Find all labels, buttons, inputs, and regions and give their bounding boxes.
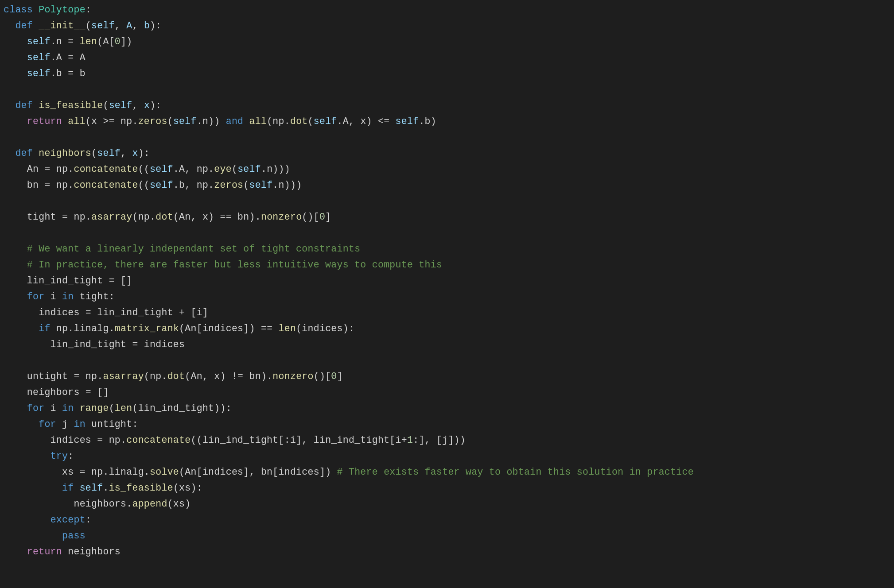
code-line: indices = lin_ind_tight + [i] bbox=[4, 307, 208, 318]
code-line: tight = np.asarray(np.dot(An, x) == bn).… bbox=[4, 212, 331, 222]
code-line: lin_ind_tight = indices bbox=[4, 339, 185, 350]
code-line: untight = np.asarray(np.dot(An, x) != bn… bbox=[4, 371, 343, 382]
class-name: Polytope bbox=[39, 4, 86, 15]
code-line: An = np.concatenate((self.A, np.eye(self… bbox=[4, 164, 290, 174]
code-line: self.n = len(A[0]) bbox=[4, 36, 132, 47]
code-line: lin_ind_tight = [] bbox=[4, 275, 132, 286]
code-line: if self.is_feasible(xs): bbox=[4, 483, 202, 493]
code-line: class Polytope: bbox=[4, 4, 91, 15]
code-line: self.A = A bbox=[4, 52, 86, 63]
code-line: except: bbox=[4, 514, 91, 525]
code-line: neighbors = [] bbox=[4, 387, 109, 398]
code-line: for i in tight: bbox=[4, 291, 115, 302]
code-line: def is_feasible(self, x): bbox=[4, 100, 161, 111]
code-line: def neighbors(self, x): bbox=[4, 148, 150, 159]
code-line: try: bbox=[4, 451, 74, 461]
code-line: # In practice, there are faster but less… bbox=[4, 259, 442, 270]
code-line: for j in untight: bbox=[4, 419, 138, 429]
code-line: def __init__(self, A, b): bbox=[4, 20, 161, 31]
code-line: pass bbox=[4, 530, 86, 541]
code-block: class Polytope: def __init__(self, A, b)… bbox=[0, 0, 894, 563]
code-line: return all(x >= np.zeros(self.n)) and al… bbox=[4, 116, 436, 127]
code-line: for i in range(len(lin_ind_tight)): bbox=[4, 403, 232, 414]
code-line: return neighbors bbox=[4, 546, 120, 557]
code-line: indices = np.concatenate((lin_ind_tight[… bbox=[4, 435, 466, 445]
code-line: neighbors.append(xs) bbox=[4, 499, 190, 509]
code-line: bn = np.concatenate((self.b, np.zeros(se… bbox=[4, 180, 302, 190]
code-line: # We want a linearly independant set of … bbox=[4, 244, 360, 254]
code-line: xs = np.linalg.solve(An[indices], bn[ind… bbox=[4, 467, 694, 477]
code-line: self.b = b bbox=[4, 68, 86, 79]
code-line: if np.linalg.matrix_rank(An[indices]) ==… bbox=[4, 323, 354, 334]
